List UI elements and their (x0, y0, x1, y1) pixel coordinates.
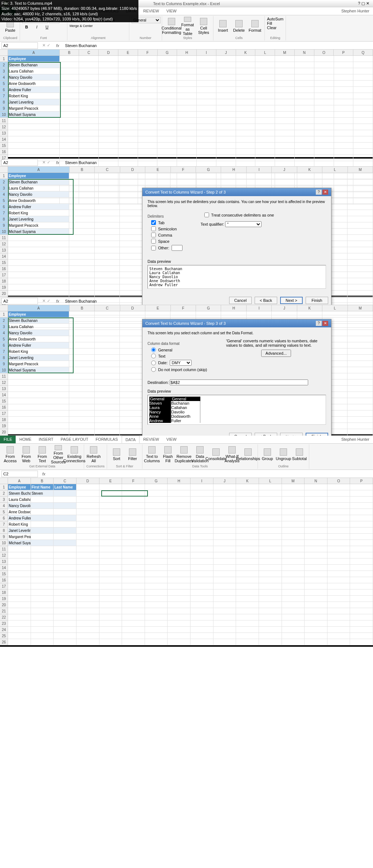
cell[interactable] (327, 528, 350, 534)
cell[interactable] (138, 56, 158, 62)
cell[interactable] (31, 627, 54, 633)
cell[interactable] (275, 81, 295, 87)
cell[interactable] (197, 81, 216, 87)
col-header[interactable]: G (145, 478, 168, 484)
row-header[interactable]: 10 (0, 367, 8, 373)
cell[interactable] (282, 540, 305, 546)
cell[interactable] (145, 558, 168, 565)
cell[interactable] (122, 633, 145, 639)
cell[interactable] (138, 81, 158, 87)
cell[interactable] (145, 639, 168, 645)
cell[interactable] (196, 311, 221, 318)
cell[interactable] (122, 503, 145, 509)
cell[interactable] (191, 620, 213, 627)
cell[interactable] (31, 497, 54, 503)
cell[interactable] (353, 112, 373, 118)
cell[interactable] (236, 136, 256, 143)
cell[interactable] (168, 546, 191, 552)
cell[interactable] (236, 571, 259, 577)
row-header[interactable]: 14 (0, 136, 8, 143)
cell[interactable] (305, 552, 327, 558)
cell[interactable] (118, 112, 138, 118)
cell[interactable] (168, 540, 191, 546)
cell[interactable] (8, 235, 69, 241)
cell[interactable] (177, 105, 197, 112)
cell[interactable] (122, 534, 145, 540)
cell[interactable] (60, 136, 79, 143)
cell[interactable] (54, 608, 76, 614)
cell[interactable] (348, 324, 373, 330)
cell[interactable] (95, 423, 120, 429)
cell[interactable] (60, 62, 79, 68)
cell[interactable]: Steven Buchanan (8, 179, 69, 185)
cell[interactable] (348, 311, 373, 318)
col-header[interactable]: I (191, 478, 213, 484)
cell[interactable] (168, 589, 191, 596)
cell[interactable] (95, 379, 120, 386)
cell[interactable] (120, 379, 145, 386)
cell[interactable] (157, 105, 177, 112)
cell[interactable] (99, 497, 122, 503)
cell[interactable] (213, 497, 236, 503)
cell[interactable] (168, 639, 191, 645)
cell[interactable]: Janet Leverling (8, 99, 60, 105)
cell[interactable] (327, 602, 350, 608)
cell[interactable] (177, 136, 197, 143)
col-header[interactable]: H (221, 167, 246, 172)
cell[interactable]: Anne Dodsworth (8, 198, 69, 204)
cell[interactable] (191, 503, 213, 509)
cell[interactable] (350, 540, 373, 546)
cell[interactable] (216, 62, 236, 68)
cell[interactable] (327, 608, 350, 614)
cell[interactable] (168, 583, 191, 589)
enter-formula-icon[interactable]: ✓ (47, 160, 50, 165)
cell[interactable] (138, 118, 158, 124)
cell[interactable] (327, 534, 350, 540)
cell[interactable] (191, 540, 213, 546)
cell[interactable] (99, 136, 118, 143)
cell[interactable] (350, 589, 373, 596)
cell[interactable] (99, 620, 122, 627)
cell[interactable] (314, 143, 334, 149)
cell[interactable] (216, 99, 236, 105)
cell[interactable] (216, 112, 236, 118)
cell[interactable] (216, 93, 236, 99)
cell[interactable] (8, 417, 69, 423)
cell[interactable] (76, 577, 99, 583)
cell[interactable] (95, 204, 120, 210)
from-text[interactable]: From Text (35, 445, 50, 464)
cell[interactable] (305, 546, 327, 552)
cell[interactable]: Steven Buchanan (8, 62, 60, 68)
cell[interactable] (8, 583, 31, 589)
cell[interactable] (69, 198, 94, 204)
cell[interactable] (327, 503, 350, 509)
cell[interactable] (60, 105, 79, 112)
cell[interactable] (145, 497, 168, 503)
cell[interactable] (122, 583, 145, 589)
cell[interactable] (177, 56, 197, 62)
cell[interactable] (282, 602, 305, 608)
cell[interactable] (8, 429, 69, 435)
cell[interactable] (221, 311, 246, 318)
row-header[interactable]: 14 (0, 253, 8, 260)
cell[interactable] (348, 392, 373, 398)
cell[interactable] (120, 191, 145, 198)
cell[interactable] (334, 143, 354, 149)
cell[interactable] (350, 602, 373, 608)
cell[interactable] (118, 130, 138, 136)
cell[interactable] (295, 99, 314, 105)
cell[interactable] (334, 81, 354, 87)
cell[interactable] (138, 143, 158, 149)
cell[interactable] (197, 118, 216, 124)
cell[interactable] (275, 105, 295, 112)
cell[interactable] (120, 398, 145, 404)
enter-formula-icon[interactable]: ✓ (47, 299, 50, 303)
cell[interactable] (348, 417, 373, 423)
cell[interactable] (60, 112, 79, 118)
cell[interactable] (122, 571, 145, 577)
cell[interactable] (259, 627, 282, 633)
cell[interactable] (236, 112, 256, 118)
cell[interactable] (348, 404, 373, 410)
cell[interactable] (8, 589, 31, 596)
cell[interactable] (31, 633, 54, 639)
